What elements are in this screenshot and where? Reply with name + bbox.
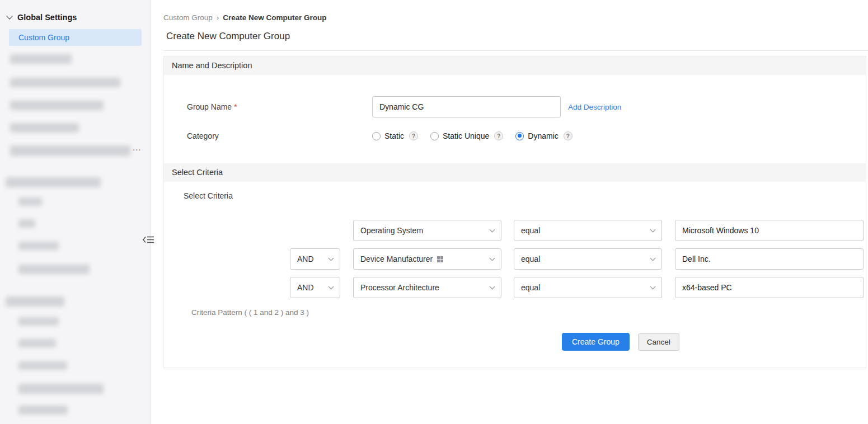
operator-select-value: equal bbox=[521, 283, 540, 292]
join-operator-value: AND bbox=[297, 283, 314, 292]
chevron-down-icon bbox=[490, 227, 495, 233]
operator-select-value: equal bbox=[521, 226, 540, 235]
main-content: Custom Group › Create New Computer Group… bbox=[151, 0, 868, 424]
sidebar: Global Settings Custom Group ... bbox=[0, 0, 151, 424]
sidebar-group-label: Global Settings bbox=[17, 13, 77, 22]
create-group-button[interactable]: Create Group bbox=[562, 333, 630, 351]
radio-checked-icon bbox=[515, 132, 524, 140]
group-name-label: Group Name* bbox=[164, 102, 372, 111]
chevron-down-icon bbox=[650, 256, 656, 261]
breadcrumb: Custom Group › Create New Computer Group bbox=[163, 13, 868, 22]
criteria-row-3: AND Processor Architecture equal bbox=[290, 277, 866, 298]
help-icon[interactable]: ? bbox=[409, 131, 418, 140]
attribute-select-value: Device Manufacturer bbox=[360, 255, 433, 263]
redacted-item bbox=[10, 78, 120, 87]
chevron-down-icon bbox=[650, 227, 656, 233]
criteria-pattern-text: Criteria Pattern ( ( 1 and 2 ) and 3 ) bbox=[191, 308, 866, 317]
redacted-item bbox=[18, 339, 56, 347]
sidebar-collapse-icon[interactable] bbox=[140, 232, 156, 247]
category-radio-dynamic[interactable]: Dynamic ? bbox=[515, 131, 572, 140]
redacted-item bbox=[10, 101, 104, 110]
criteria-row-2: AND Device Manufacturer equal bbox=[290, 248, 866, 270]
sidebar-group-global-settings[interactable]: Global Settings bbox=[0, 0, 151, 22]
sidebar-item-label: Custom Group bbox=[18, 33, 69, 42]
breadcrumb-current: Create New Computer Group bbox=[223, 13, 326, 22]
attribute-select-value: Operating System bbox=[360, 226, 423, 235]
category-label: Category bbox=[164, 131, 372, 140]
redacted-item bbox=[10, 123, 79, 133]
criteria-value-input[interactable] bbox=[675, 220, 864, 241]
category-radio-static-unique[interactable]: Static Unique ? bbox=[430, 131, 503, 140]
category-label-text: Category bbox=[187, 131, 219, 140]
redacted-group-header bbox=[6, 296, 64, 307]
breadcrumb-separator: › bbox=[217, 13, 219, 22]
join-operator-select[interactable]: AND bbox=[290, 277, 340, 298]
redacted-item bbox=[18, 406, 68, 414]
form-actions: Create Group Cancel bbox=[562, 333, 866, 351]
group-name-row: Group Name* Add Description bbox=[164, 96, 866, 117]
category-radio-group: Static ? Static Unique ? Dynamic ? bbox=[372, 131, 573, 140]
category-radio-static[interactable]: Static ? bbox=[372, 131, 418, 140]
select-criteria-label: Select Criteria bbox=[184, 191, 866, 200]
redacted-item bbox=[18, 197, 42, 206]
section-header-select-criteria: Select Criteria bbox=[164, 163, 866, 182]
chevron-down-icon bbox=[6, 13, 12, 19]
section-header-name-description: Name and Description bbox=[164, 56, 866, 75]
chevron-down-icon bbox=[329, 284, 334, 290]
operator-select[interactable]: equal bbox=[514, 248, 662, 270]
redacted-item bbox=[10, 54, 72, 64]
join-operator-value: AND bbox=[297, 255, 314, 263]
sidebar-overflow-ellipsis: ... bbox=[133, 143, 142, 152]
operator-select-value: equal bbox=[521, 255, 540, 263]
criteria-value-input[interactable] bbox=[675, 277, 864, 298]
redacted-item bbox=[18, 361, 67, 370]
redacted-group-header bbox=[6, 177, 101, 187]
collapse-glyph bbox=[142, 235, 154, 244]
help-icon[interactable]: ? bbox=[564, 131, 573, 140]
required-mark: * bbox=[234, 102, 237, 111]
attribute-select[interactable]: Device Manufacturer bbox=[353, 248, 501, 270]
criteria-value-input[interactable] bbox=[675, 248, 864, 270]
radio-unchecked-icon bbox=[372, 132, 381, 140]
operator-select[interactable]: equal bbox=[514, 220, 662, 241]
chevron-down-icon bbox=[650, 284, 656, 290]
cancel-button[interactable]: Cancel bbox=[638, 333, 679, 351]
chevron-down-icon bbox=[329, 256, 334, 261]
radio-unchecked-icon bbox=[430, 132, 439, 140]
radio-label: Static bbox=[384, 131, 404, 140]
redacted-item bbox=[18, 317, 59, 326]
app-window: Global Settings Custom Group ... bbox=[0, 0, 868, 424]
join-operator-select[interactable]: AND bbox=[290, 248, 340, 270]
content-divider bbox=[163, 50, 868, 51]
page-title: Create New Computer Group bbox=[166, 31, 868, 42]
redacted-item bbox=[18, 219, 35, 228]
chevron-down-icon bbox=[490, 256, 495, 261]
group-name-input[interactable] bbox=[372, 96, 561, 117]
criteria-row-1: Operating System equal bbox=[290, 220, 866, 241]
radio-label: Dynamic bbox=[528, 131, 558, 140]
windows-logo-icon bbox=[437, 256, 443, 262]
redacted-item bbox=[18, 384, 104, 394]
attribute-select[interactable]: Processor Architecture bbox=[353, 277, 501, 298]
breadcrumb-parent[interactable]: Custom Group bbox=[163, 13, 213, 22]
sidebar-item-custom-group[interactable]: Custom Group bbox=[9, 29, 142, 46]
form-card: Name and Description Group Name* Add Des… bbox=[163, 56, 866, 368]
radio-label: Static Unique bbox=[443, 131, 489, 140]
add-description-link[interactable]: Add Description bbox=[568, 103, 621, 111]
chevron-down-icon bbox=[490, 284, 495, 290]
attribute-select-value: Processor Architecture bbox=[360, 283, 439, 292]
redacted-item bbox=[18, 265, 90, 274]
redacted-item bbox=[10, 145, 130, 156]
operator-select[interactable]: equal bbox=[514, 277, 662, 298]
category-row: Category Static ? Static Unique ? bbox=[164, 126, 866, 145]
group-name-label-text: Group Name bbox=[187, 102, 232, 111]
redacted-item bbox=[18, 242, 59, 250]
attribute-select[interactable]: Operating System bbox=[353, 220, 501, 241]
help-icon[interactable]: ? bbox=[494, 131, 503, 140]
